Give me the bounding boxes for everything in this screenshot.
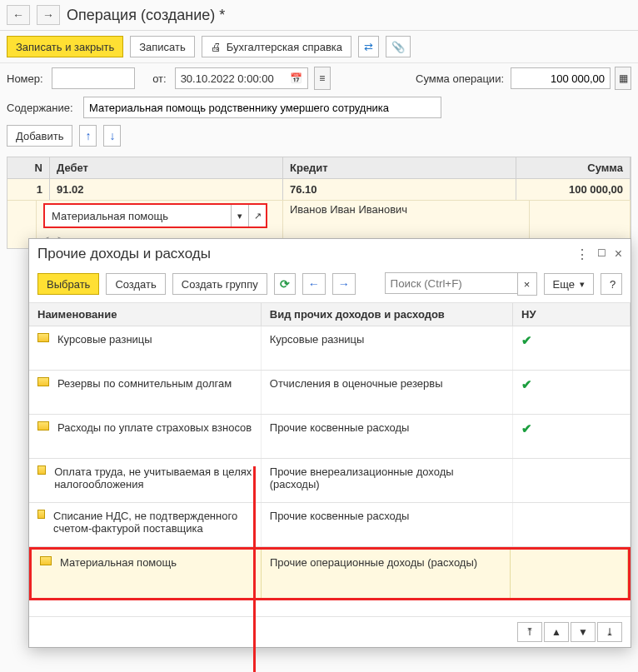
list-item-name: Оплата труда, не учитываемая в целях нал…: [54, 465, 252, 490]
nav-back-button[interactable]: ←: [7, 5, 30, 25]
col-nu-header: НУ: [513, 303, 631, 326]
scroll-up-button[interactable]: ▲: [544, 622, 569, 642]
check-icon: [521, 335, 532, 347]
arrow-up-icon: [85, 129, 91, 142]
transfer-button[interactable]: [358, 36, 379, 57]
scroll-bottom-button[interactable]: ⤓: [597, 622, 622, 642]
search-clear-button[interactable]: ×: [517, 272, 537, 296]
list-item-name-cell: Списание НДС, не подтвержденного счетом-…: [29, 503, 262, 546]
list-item-name-cell: Курсовые разницы: [29, 326, 262, 370]
list-item-nu: [513, 459, 631, 502]
sum-label: Сумма операции:: [416, 72, 504, 85]
posting-row[interactable]: 1 91.02 76.10 100 000,00: [7, 179, 631, 201]
printer-icon: [211, 41, 222, 53]
more-button[interactable]: Еще ▾: [544, 273, 594, 295]
col-type-header: Вид прочих доходов и расходов: [262, 303, 513, 326]
row-n: 1: [7, 179, 50, 200]
content-input[interactable]: [83, 97, 441, 118]
accounting-reference-button[interactable]: Бухгалтерская справка: [202, 36, 351, 57]
check-icon: [521, 379, 532, 391]
list-item[interactable]: Списание НДС, не подтвержденного счетом-…: [29, 503, 631, 547]
scroll-top-button[interactable]: ⤒: [517, 622, 542, 642]
window-mode-icon[interactable]: [597, 246, 606, 262]
item-icon: [37, 421, 49, 431]
list-item-name: Резервы по сомнительным долгам: [57, 377, 232, 390]
item-icon: [37, 333, 49, 342]
item-icon: [37, 377, 49, 386]
save-button[interactable]: Записать: [130, 36, 195, 57]
list-item-type: Прочие операционные доходы (расходы): [262, 550, 511, 598]
check-icon: [521, 423, 532, 436]
chevron-right-icon: →: [42, 8, 54, 22]
credit-analytics-value[interactable]: Иванов Иван Иванович: [283, 201, 530, 231]
list-item[interactable]: Оплата труда, не учитываемая в целях нал…: [29, 459, 631, 503]
list-item-nu: [513, 503, 631, 546]
col-n-header: N: [7, 157, 50, 178]
close-icon[interactable]: [615, 246, 622, 262]
search-input[interactable]: [385, 272, 518, 294]
popup-table-body: Курсовые разницыКурсовые разницыРезервы …: [29, 326, 631, 616]
create-group-button[interactable]: Создать группу: [172, 273, 267, 295]
list-item-name: Расходы по уплате страховых взносов: [57, 421, 252, 434]
list-item-type: Прочие косвенные расходы: [262, 503, 513, 546]
refresh-button[interactable]: [274, 273, 296, 295]
list-item-name: Материальная помощь: [60, 556, 177, 569]
more-button-label: Еще: [553, 278, 575, 291]
list-item-name-cell: Расходы по уплате страховых взносов: [29, 415, 262, 458]
list-item-nu: [511, 550, 628, 598]
right-button[interactable]: [332, 273, 356, 295]
item-icon: [40, 556, 52, 565]
move-up-button[interactable]: [79, 125, 97, 147]
list-item-type: Отчисления в оценочные резервы: [262, 371, 513, 414]
date-value: 30.10.2022 0:00:00: [181, 72, 274, 85]
list-item[interactable]: Расходы по уплате страховых взносовПрочи…: [29, 415, 631, 459]
refresh-icon: [280, 277, 290, 291]
date-input[interactable]: 30.10.2022 0:00:00 📅: [175, 67, 308, 89]
postings-grid: N Дебет Кредит Сумма 1 91.02 76.10 100 0…: [7, 157, 631, 249]
open-reference-icon[interactable]: ↗: [248, 205, 266, 226]
list-item-name: Списание НДС, не подтвержденного счетом-…: [53, 510, 252, 535]
row-debit-acct[interactable]: 91.02: [50, 179, 283, 200]
row-credit-acct[interactable]: 76.10: [283, 179, 516, 200]
add-row-button[interactable]: Добавить: [7, 125, 72, 147]
save-and-close-button[interactable]: Записать и закрыть: [7, 36, 123, 57]
nav-fwd-button[interactable]: →: [37, 5, 60, 25]
more-menu-icon[interactable]: [576, 246, 589, 262]
posting-subrow: Материальная помощь ▾ ↗ Иванов Иван Иван…: [7, 201, 631, 231]
transfer-icon: [364, 41, 373, 53]
list-item[interactable]: Материальная помощьПрочие операционные д…: [29, 547, 631, 600]
number-input[interactable]: [52, 67, 135, 89]
help-button[interactable]: ?: [601, 273, 622, 295]
list-item[interactable]: Курсовые разницыКурсовые разницы: [29, 326, 631, 371]
scroll-down-button[interactable]: ▼: [571, 622, 596, 642]
sum-calc-icon[interactable]: ▦: [615, 67, 631, 90]
list-item-name-cell: Резервы по сомнительным долгам: [29, 371, 262, 414]
number-label: Номер:: [7, 72, 43, 85]
sum-input[interactable]: [511, 67, 611, 89]
move-down-button[interactable]: [103, 125, 121, 147]
list-item[interactable]: Резервы по сомнительным долгамОтчисления…: [29, 371, 631, 415]
left-button[interactable]: [302, 273, 326, 295]
paperclip-icon: [391, 41, 405, 53]
popup-title: Прочие доходы и расходы: [37, 246, 211, 262]
debit-analytics-dropdown[interactable]: Материальная помощь ▾ ↗: [43, 203, 267, 228]
dropdown-toggle-icon[interactable]: ▾: [231, 205, 248, 226]
col-sum-header: Сумма: [516, 157, 631, 178]
arrow-right-icon: [338, 277, 350, 291]
list-item-type: Прочие косвенные расходы: [262, 415, 513, 458]
date-dropdown-icon[interactable]: ≡: [314, 67, 331, 90]
attach-button[interactable]: [386, 36, 411, 57]
row-sum[interactable]: 100 000,00: [516, 179, 631, 200]
list-item-name: Курсовые разницы: [57, 333, 152, 346]
select-button[interactable]: Выбрать: [37, 273, 99, 295]
col-credit-header: Кредит: [283, 157, 516, 178]
arrow-left-icon: [308, 277, 320, 291]
other-income-expense-popup: Прочие доходы и расходы Выбрать Создать …: [28, 238, 631, 648]
create-button[interactable]: Создать: [106, 273, 165, 295]
calendar-icon[interactable]: 📅: [290, 72, 302, 84]
ot-label: от:: [142, 72, 167, 85]
col-debit-header: Дебет: [50, 157, 283, 178]
chevron-left-icon: ←: [12, 8, 24, 22]
col-name-header: Наименование: [29, 303, 262, 326]
list-item-type: Прочие внереализационные доходы (расходы…: [262, 459, 513, 502]
